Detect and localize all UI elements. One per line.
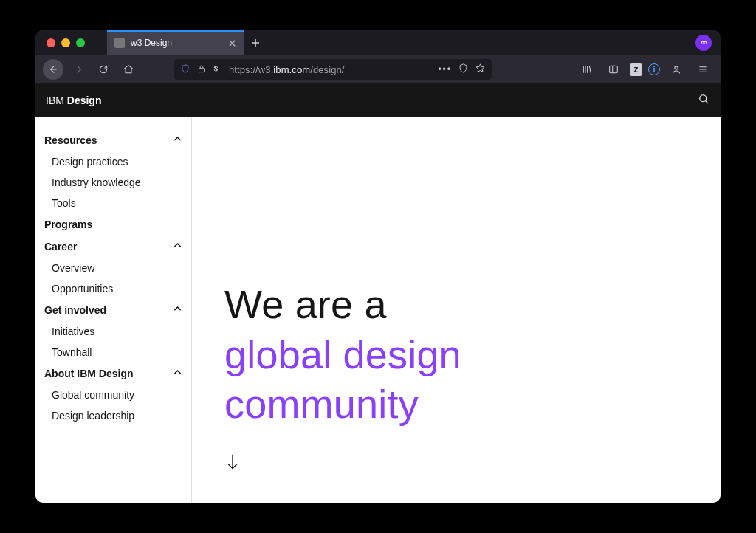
brand-light: IBM bbox=[46, 94, 67, 106]
tracking-shield-icon[interactable] bbox=[180, 63, 190, 76]
home-button[interactable] bbox=[118, 59, 139, 80]
nav-section-programs: Programs bbox=[35, 213, 191, 235]
tab-active[interactable]: w3 Design bbox=[107, 30, 244, 55]
side-nav: Resources Design practices Industry know… bbox=[35, 117, 192, 503]
svg-rect-7 bbox=[610, 66, 618, 72]
url-host: ibm.com bbox=[273, 64, 310, 75]
hero-line3: community bbox=[224, 379, 721, 430]
nav-item[interactable]: Opportunities bbox=[35, 278, 191, 299]
nav-item[interactable]: Industry knowledge bbox=[35, 172, 191, 193]
nav-head-career[interactable]: Career bbox=[35, 235, 191, 258]
tab-close-button[interactable] bbox=[228, 39, 236, 47]
url-scheme: https:// bbox=[229, 64, 258, 75]
app-menu-icon[interactable] bbox=[693, 59, 713, 80]
sidebar-icon[interactable] bbox=[603, 59, 624, 80]
library-icon[interactable] bbox=[577, 59, 597, 80]
browser-toolbar: https://w3.ibm.com/design/ ••• z bbox=[35, 55, 721, 83]
hero: We are a global design community bbox=[192, 117, 721, 503]
arrow-down-icon bbox=[224, 453, 241, 471]
extension-badge-icon[interactable] bbox=[695, 35, 712, 51]
site-search-button[interactable] bbox=[697, 92, 710, 109]
back-button[interactable] bbox=[43, 59, 63, 80]
hero-line1: We are a bbox=[224, 282, 387, 326]
nav-head-get-involved[interactable]: Get involved bbox=[35, 299, 191, 321]
reload-button[interactable] bbox=[93, 59, 114, 80]
tab-favicon-icon bbox=[114, 38, 125, 48]
nav-section-resources: Resources Design practices Industry know… bbox=[35, 129, 191, 213]
nav-head-label: Programs bbox=[44, 219, 92, 230]
url-text: https://w3.ibm.com/design/ bbox=[229, 64, 345, 75]
window-zoom-button[interactable] bbox=[76, 38, 85, 47]
nav-head-programs[interactable]: Programs bbox=[35, 213, 191, 235]
url-sub: w3. bbox=[258, 64, 274, 75]
nav-head-label: Resources bbox=[44, 134, 97, 146]
info-icon[interactable]: i bbox=[648, 63, 660, 75]
svg-point-8 bbox=[675, 66, 678, 69]
svg-point-9 bbox=[700, 95, 707, 102]
nav-section-about: About IBM Design Global community Design… bbox=[35, 362, 191, 426]
site-header: IBM Design bbox=[35, 83, 721, 117]
address-bar[interactable]: https://w3.ibm.com/design/ ••• bbox=[174, 59, 492, 80]
window-controls bbox=[35, 38, 85, 47]
chevron-up-icon bbox=[173, 304, 182, 316]
forward-button[interactable] bbox=[68, 59, 89, 80]
titlebar: w3 Design bbox=[35, 30, 721, 55]
nav-section-career: Career Overview Opportunities bbox=[35, 235, 191, 299]
tab-title: w3 Design bbox=[131, 38, 172, 48]
url-path: /design/ bbox=[310, 64, 344, 75]
brand-bold: Design bbox=[67, 94, 102, 106]
nav-item[interactable]: Tools bbox=[35, 193, 191, 213]
svg-point-0 bbox=[701, 41, 703, 43]
nav-item[interactable]: Design practices bbox=[35, 151, 191, 172]
bookmark-star-icon[interactable] bbox=[475, 63, 486, 76]
account-icon[interactable] bbox=[666, 59, 687, 80]
z-extension-badge[interactable]: z bbox=[630, 63, 642, 76]
nav-head-label: Career bbox=[44, 241, 77, 252]
svg-point-1 bbox=[704, 41, 706, 43]
brand[interactable]: IBM Design bbox=[46, 94, 101, 106]
nav-head-about[interactable]: About IBM Design bbox=[35, 362, 191, 385]
svg-rect-2 bbox=[199, 68, 205, 72]
new-tab-button[interactable] bbox=[244, 30, 267, 55]
svg-point-6 bbox=[216, 69, 217, 70]
permissions-icon[interactable] bbox=[213, 63, 223, 76]
nav-head-label: Get involved bbox=[44, 304, 106, 316]
svg-point-4 bbox=[215, 66, 216, 67]
nav-head-label: About IBM Design bbox=[44, 368, 134, 379]
chevron-up-icon bbox=[173, 368, 182, 379]
window-minimize-button[interactable] bbox=[61, 38, 70, 47]
nav-item[interactable]: Design leadership bbox=[35, 405, 191, 426]
nav-section-get-involved: Get involved Initiatives Townhall bbox=[35, 299, 191, 362]
chevron-up-icon bbox=[173, 134, 182, 146]
hero-line2: global design bbox=[224, 330, 721, 380]
toolbar-right: z i bbox=[577, 59, 713, 80]
nav-head-resources[interactable]: Resources bbox=[35, 129, 191, 151]
scroll-down-button[interactable] bbox=[224, 453, 721, 474]
page-actions-icon[interactable]: ••• bbox=[438, 65, 452, 74]
browser-window: w3 Design bbox=[35, 30, 721, 503]
window-close-button[interactable] bbox=[47, 38, 55, 47]
hero-heading: We are a global design community bbox=[224, 280, 721, 430]
chevron-up-icon bbox=[173, 241, 182, 252]
tab-strip: w3 Design bbox=[107, 30, 267, 55]
reader-shield-icon[interactable] bbox=[458, 63, 469, 76]
nav-item[interactable]: Global community bbox=[35, 385, 191, 405]
nav-item[interactable]: Initiatives bbox=[35, 321, 191, 342]
nav-item[interactable]: Overview bbox=[35, 258, 191, 278]
lock-icon[interactable] bbox=[196, 63, 207, 76]
nav-item[interactable]: Townhall bbox=[35, 342, 191, 362]
page-content: Resources Design practices Industry know… bbox=[35, 117, 721, 503]
